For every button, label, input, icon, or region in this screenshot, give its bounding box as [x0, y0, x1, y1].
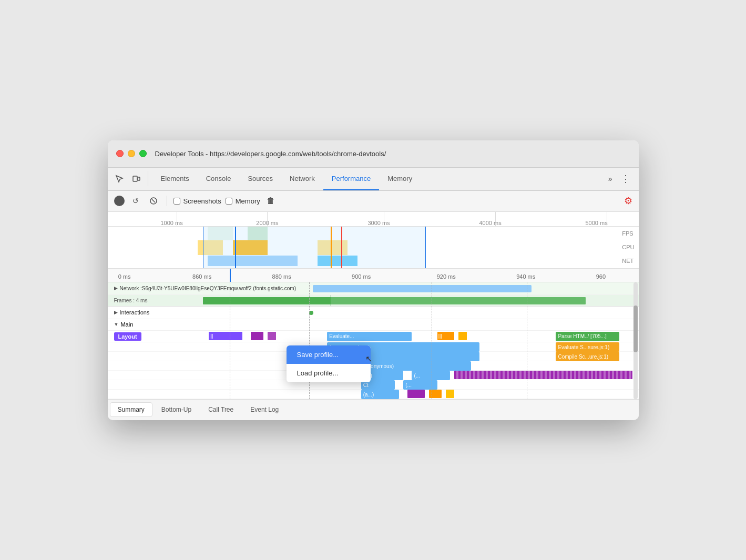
- layout-row: Layout ||| Evaluate... ||| Parse HTM../ …: [108, 331, 639, 342]
- svg-line-3: [152, 199, 155, 202]
- network-row: ▶ Network :S6g4U3t-Y5UEw0IE80llgEseQY3FE…: [108, 282, 639, 295]
- svg-rect-1: [138, 177, 140, 180]
- main-header-label: ▼ Main: [114, 321, 209, 328]
- network-expand-icon[interactable]: ▶: [114, 286, 118, 291]
- main-collapse-icon[interactable]: ▼: [114, 322, 119, 327]
- frames-row: Frames : 4 ms 31.0 ms 100.0 ms: [108, 295, 639, 307]
- ruler-tick-5000: 5000 ms: [586, 220, 608, 226]
- scrollbar-thumb[interactable]: [633, 306, 638, 352]
- devtools-navbar: Elements Console Sources Network Perform…: [108, 168, 639, 191]
- detail-tick-960: 960: [596, 273, 606, 280]
- toolbar-separator: [167, 196, 167, 206]
- stack-row-6: (a...): [108, 390, 639, 399]
- frames-label: Frames : 4 ms: [114, 297, 209, 303]
- tab-elements[interactable]: Elements: [152, 168, 198, 190]
- title-bar: Developer Tools - https://developers.goo…: [108, 140, 639, 168]
- clear-button[interactable]: 🗑: [264, 196, 277, 206]
- detail-tick-920: 920 ms: [437, 273, 456, 280]
- svg-rect-0: [133, 176, 137, 181]
- stack-row-1: (anonymous) Evaluate S...sure.js:1): [108, 342, 639, 352]
- record-button[interactable]: [114, 196, 125, 206]
- detail-tick-860: 860 ms: [192, 273, 211, 280]
- detail-tick-940: 940 ms: [516, 273, 535, 280]
- reload-button[interactable]: ↺: [129, 194, 142, 208]
- main-header: ▼ Main: [108, 319, 639, 331]
- tab-summary[interactable]: Summary: [110, 402, 152, 417]
- overview-ruler: 1000 ms 2000 ms 3000 ms 4000 ms 5000 ms: [108, 212, 639, 227]
- stack-row-5: Ct (...: [108, 380, 639, 390]
- bottom-tabs: Summary Bottom-Up Call Tree Event Log: [108, 399, 639, 420]
- interactions-row: ▶ Interactions: [108, 307, 639, 319]
- overview-labels: FPS CPU NET: [622, 227, 634, 268]
- tab-bottom-up[interactable]: Bottom-Up: [154, 402, 199, 417]
- network-row-label: ▶ Network :S6g4U3t-Y5UEw0IE80llgEseQY3FE…: [114, 286, 297, 291]
- network-bar-area: [296, 282, 632, 294]
- device-toolbar-icon[interactable]: [129, 171, 144, 186]
- tab-sources[interactable]: Sources: [239, 168, 281, 190]
- detail-tick-880: 880 ms: [272, 273, 291, 280]
- menu-button[interactable]: ⋮: [617, 173, 635, 185]
- overview-area[interactable]: FPS CPU NET: [108, 227, 639, 269]
- flame-chart-area[interactable]: ▶ Network :S6g4U3t-Y5UEw0IE80llgEseQY3FE…: [108, 282, 639, 399]
- ruler-tick-3000: 3000 ms: [367, 220, 390, 226]
- detail-ruler: 0 ms 860 ms 880 ms 900 ms 920 ms 940 ms …: [108, 269, 639, 282]
- interactions-label: ▶ Interactions: [114, 309, 209, 315]
- nav-icons: [112, 171, 148, 186]
- tab-console[interactable]: Console: [198, 168, 240, 190]
- ruler-tick-2000: 2000 ms: [256, 220, 278, 226]
- memory-checkbox[interactable]: Memory: [226, 197, 260, 205]
- stack-row-2: (anonymous) Compile Sc...ure.js:1): [108, 352, 639, 361]
- screenshots-checkbox[interactable]: Screenshots: [173, 197, 221, 205]
- stack-row-4: o...) (...: [108, 371, 639, 380]
- detail-tick-0: 0 ms: [118, 273, 131, 280]
- layout-label: Layout: [114, 332, 141, 341]
- compile-sc-block: Compile Sc...ure.js:1): [556, 352, 619, 361]
- ruler-tick-4000: 4000 ms: [479, 220, 502, 226]
- load-profile-item[interactable]: Load profile...: [287, 364, 371, 382]
- tab-memory[interactable]: Memory: [379, 168, 421, 190]
- stop-button[interactable]: [147, 194, 160, 208]
- layout-label-container: Layout: [114, 331, 209, 341]
- detail-tick-900: 900 ms: [352, 273, 371, 280]
- inspect-icon[interactable]: [112, 171, 127, 186]
- close-button[interactable]: [116, 150, 124, 157]
- evaluate-block: Evaluate...: [327, 332, 412, 341]
- vertical-scrollbar[interactable]: [633, 282, 638, 399]
- tab-event-log[interactable]: Event Log: [242, 402, 287, 417]
- frames-bars: 31.0 ms 100.0 ms: [209, 295, 632, 306]
- layout-flame-area: ||| Evaluate... ||| Parse HTM../ [705...…: [209, 331, 632, 342]
- traffic-lights: [116, 150, 147, 157]
- nav-tabs: Elements Console Sources Network Perform…: [152, 168, 604, 190]
- context-menu: Save profile... Load profile...: [287, 345, 371, 382]
- tab-performance[interactable]: Performance: [323, 168, 379, 190]
- save-profile-item[interactable]: Save profile...: [287, 345, 371, 364]
- interactions-expand-icon[interactable]: ▶: [114, 310, 118, 315]
- settings-button[interactable]: ⚙: [624, 195, 632, 207]
- devtools-window: Developer Tools - https://developers.goo…: [108, 140, 639, 420]
- tab-call-tree[interactable]: Call Tree: [200, 402, 241, 417]
- stack-row-3: (anonymous): [108, 361, 639, 371]
- window-title: Developer Tools - https://developers.goo…: [155, 150, 386, 158]
- maximize-button[interactable]: [139, 150, 147, 157]
- more-tabs-button[interactable]: »: [604, 175, 617, 183]
- parse-html-block: Parse HTM../ [705...]: [556, 332, 619, 341]
- stack-rows-area: (anonymous) Evaluate S...sure.js:1) (ano…: [108, 342, 639, 399]
- minimize-button[interactable]: [128, 150, 135, 157]
- ruler-tick-1000: 1000 ms: [161, 220, 183, 226]
- evaluate-s-block: Evaluate S...sure.js:1): [556, 342, 619, 352]
- tab-network[interactable]: Network: [281, 168, 323, 190]
- toolbar: ↺ Screenshots Memory 🗑 ⚙: [108, 191, 639, 212]
